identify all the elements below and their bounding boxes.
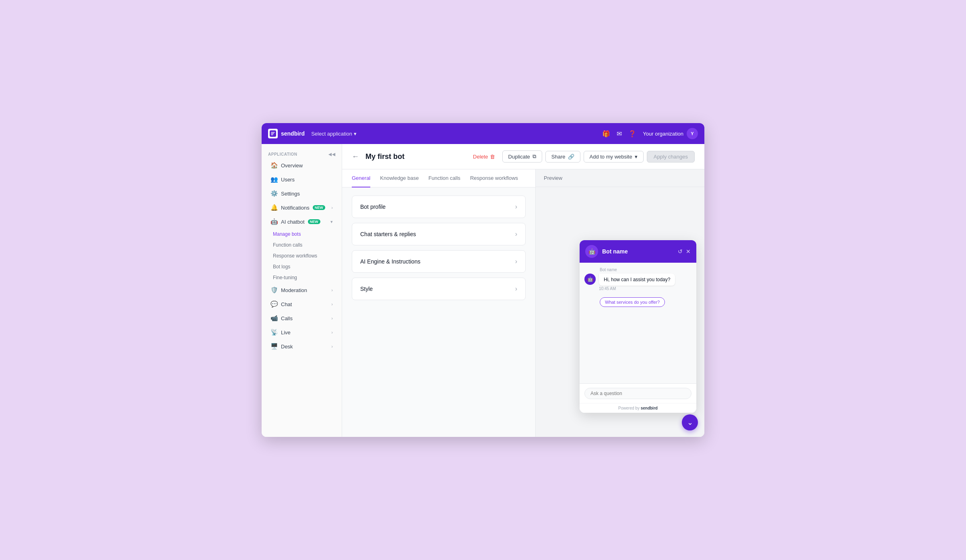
chat-body: Bot name 🤖 Hi, how can I assist you toda… bbox=[580, 263, 696, 383]
sendbird-logo-icon bbox=[268, 129, 278, 138]
refresh-icon[interactable]: ↺ bbox=[678, 248, 683, 255]
tab-general[interactable]: General bbox=[352, 169, 370, 187]
sidebar-item-users[interactable]: 👥 Users bbox=[264, 173, 339, 186]
powered-by: Powered by sendbird bbox=[580, 403, 696, 413]
message-time: 10:45 AM bbox=[599, 286, 675, 291]
tab-response-workflows[interactable]: Response workflows bbox=[470, 169, 518, 187]
app-selector[interactable]: Select application ▾ bbox=[311, 131, 357, 137]
calls-icon: 📹 bbox=[270, 315, 278, 322]
sub-item-bot-logs[interactable]: Bot logs bbox=[270, 261, 339, 272]
add-to-website-label: Add to my website bbox=[590, 154, 632, 160]
sidebar-item-calls[interactable]: 📹 Calls › bbox=[264, 311, 339, 325]
sidebar-section-label: APPLICATION ◀◀ bbox=[262, 149, 342, 158]
content-split: General Knowledge base Function calls Re… bbox=[342, 169, 704, 437]
sub-item-response-workflows[interactable]: Response workflows bbox=[270, 251, 339, 261]
function-calls-label: Function calls bbox=[273, 242, 302, 248]
bot-message-avatar: 🤖 bbox=[584, 274, 596, 285]
tabs-bar: General Knowledge base Function calls Re… bbox=[342, 169, 535, 187]
user-avatar[interactable]: Y bbox=[687, 128, 698, 139]
chat-input[interactable] bbox=[584, 388, 691, 399]
notifications-new-badge: NEW bbox=[313, 205, 325, 210]
panel-bot-profile[interactable]: Bot profile › bbox=[352, 196, 526, 218]
chat-icon: 💬 bbox=[270, 301, 278, 308]
share-button[interactable]: Share 🔗 bbox=[545, 151, 580, 163]
message-bubble: Hi, how can I assist you today? bbox=[599, 274, 675, 286]
quick-reply-button[interactable]: What services do you offer? bbox=[600, 297, 665, 307]
chat-header-title: Bot name bbox=[602, 248, 674, 255]
tab-function-calls[interactable]: Function calls bbox=[428, 169, 460, 187]
ai-chatbot-icon: 🤖 bbox=[270, 218, 278, 225]
add-to-website-button[interactable]: Add to my website ▾ bbox=[584, 151, 644, 163]
sidebar-item-settings[interactable]: ⚙️ Settings bbox=[264, 187, 339, 200]
delete-label: Delete bbox=[473, 154, 488, 160]
tab-knowledge-base[interactable]: Knowledge base bbox=[380, 169, 419, 187]
chat-fab-button[interactable]: ⌄ bbox=[682, 414, 698, 430]
org-name: Your organization bbox=[643, 131, 683, 137]
content-area: ← My first bot Delete 🗑 Duplicate ⧉ Shar… bbox=[342, 144, 704, 437]
sub-item-manage-bots[interactable]: Manage bots bbox=[270, 229, 339, 239]
mail-icon[interactable]: ✉ bbox=[617, 130, 622, 138]
main-layout: APPLICATION ◀◀ 🏠 Overview 👥 Users ⚙️ Set… bbox=[262, 144, 704, 437]
duplicate-label: Duplicate bbox=[508, 154, 530, 160]
sidebar-item-moderation[interactable]: 🛡️ Moderation › bbox=[264, 283, 339, 297]
response-workflows-label: Response workflows bbox=[273, 253, 317, 259]
fine-tuning-label: Fine-tuning bbox=[273, 275, 297, 280]
sub-item-fine-tuning[interactable]: Fine-tuning bbox=[270, 272, 339, 283]
gift-icon[interactable]: 🎁 bbox=[602, 130, 610, 138]
panel-ai-engine[interactable]: AI Engine & Instructions › bbox=[352, 250, 526, 273]
sidebar-item-ai-chatbot[interactable]: 🤖 AI chatbot NEW ▾ bbox=[264, 215, 339, 229]
sidebar-label-live: Live bbox=[281, 329, 291, 336]
back-button[interactable]: ← bbox=[352, 152, 359, 161]
sidebar-label-settings: Settings bbox=[281, 191, 300, 197]
moderation-icon: 🛡️ bbox=[270, 286, 278, 294]
bot-avatar-header: 🤖 bbox=[585, 245, 598, 258]
duplicate-button[interactable]: Duplicate ⧉ bbox=[502, 150, 542, 163]
users-icon: 👥 bbox=[270, 176, 278, 183]
delete-button[interactable]: Delete 🗑 bbox=[469, 151, 499, 162]
panel-style[interactable]: Style › bbox=[352, 278, 526, 300]
sub-item-function-calls[interactable]: Function calls bbox=[270, 240, 339, 250]
panel-style-title: Style bbox=[360, 286, 373, 292]
chevron-down-icon: ⌄ bbox=[687, 418, 693, 427]
chat-message-row: 🤖 Hi, how can I assist you today? 10:45 … bbox=[584, 274, 691, 291]
moderation-chevron-icon: › bbox=[331, 288, 333, 292]
desk-icon: 🖥️ bbox=[270, 343, 278, 350]
top-bar-right: 🎁 ✉ ❓ Your organization Y bbox=[602, 128, 698, 139]
close-icon[interactable]: ✕ bbox=[686, 248, 691, 255]
trash-icon: 🗑 bbox=[490, 154, 495, 160]
panel-chat-starters-chevron: › bbox=[515, 231, 517, 238]
manage-bots-label: Manage bots bbox=[273, 231, 301, 237]
logo-text: sendbird bbox=[281, 130, 305, 137]
sidebar-collapse-icon[interactable]: ◀◀ bbox=[328, 152, 335, 156]
chat-header: 🤖 Bot name ↺ ✕ bbox=[580, 240, 696, 263]
app-selector-label: Select application bbox=[311, 131, 352, 137]
ai-chatbot-chevron-icon: ▾ bbox=[330, 219, 333, 224]
live-icon: 📡 bbox=[270, 329, 278, 336]
home-icon: 🏠 bbox=[270, 162, 278, 169]
sidebar-label-chat: Chat bbox=[281, 301, 292, 307]
message-content: Hi, how can I assist you today? 10:45 AM bbox=[599, 274, 675, 291]
desk-chevron-icon: › bbox=[331, 344, 333, 349]
apply-changes-button[interactable]: Apply changes bbox=[647, 151, 695, 163]
sidebar-item-chat[interactable]: 💬 Chat › bbox=[264, 297, 339, 311]
bot-name-label: Bot name bbox=[584, 268, 691, 272]
share-label: Share bbox=[551, 154, 566, 160]
notifications-chevron-icon: › bbox=[331, 205, 333, 210]
notifications-icon: 🔔 bbox=[270, 204, 278, 211]
powered-brand: sendbird bbox=[641, 406, 658, 410]
chevron-down-icon: ▾ bbox=[635, 154, 638, 160]
help-icon[interactable]: ❓ bbox=[628, 130, 636, 138]
top-bar: sendbird Select application ▾ 🎁 ✉ ❓ Your… bbox=[262, 123, 704, 144]
panel-chat-starters-title: Chat starters & replies bbox=[360, 231, 416, 237]
ai-chatbot-new-badge: NEW bbox=[308, 219, 320, 224]
sidebar-item-overview[interactable]: 🏠 Overview bbox=[264, 159, 339, 172]
sidebar-item-live[interactable]: 📡 Live › bbox=[264, 325, 339, 339]
panel-bot-profile-chevron: › bbox=[515, 203, 517, 210]
live-chevron-icon: › bbox=[331, 330, 333, 335]
sidebar-label-calls: Calls bbox=[281, 315, 293, 321]
sidebar-item-desk[interactable]: 🖥️ Desk › bbox=[264, 340, 339, 353]
panel-style-chevron: › bbox=[515, 285, 517, 292]
copy-icon: ⧉ bbox=[533, 153, 536, 160]
panel-chat-starters[interactable]: Chat starters & replies › bbox=[352, 223, 526, 245]
sidebar-item-notifications[interactable]: 🔔 Notifications NEW › bbox=[264, 201, 339, 214]
